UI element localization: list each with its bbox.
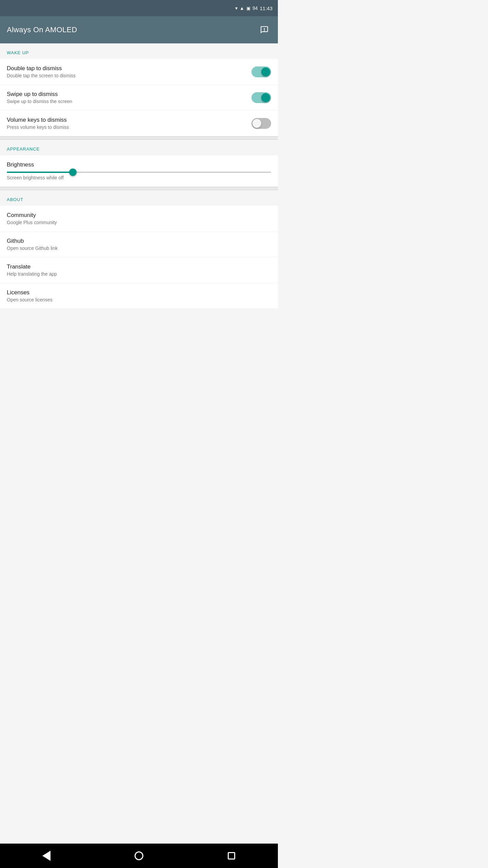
swipe-up-slider [251, 92, 271, 103]
appearance-section-header: APPEARANCE [0, 140, 278, 155]
svg-rect-1 [264, 31, 265, 31]
licenses-item[interactable]: Licenses Open source licenses [0, 283, 278, 309]
community-title: Community [7, 212, 271, 219]
battery-icon: ▣ [246, 6, 250, 11]
about-label: ABOUT [7, 197, 23, 202]
translate-title: Translate [7, 263, 271, 270]
content-area: WAKE UP Double tap to dismiss Double tap… [0, 43, 278, 333]
status-bar-right: ▾ ▲ ▣ 94 11:43 [235, 5, 272, 11]
status-time: 11:43 [260, 5, 272, 11]
double-tap-subtitle: Double tap the screen to dismiss [7, 73, 251, 78]
wake-appearance-divider [0, 136, 278, 140]
double-tap-item[interactable]: Double tap to dismiss Double tap the scr… [0, 59, 278, 85]
appearance-about-divider [0, 187, 278, 190]
brightness-item[interactable]: Brightness Screen brightness while off [0, 155, 278, 187]
volume-keys-thumb [252, 119, 261, 128]
translate-subtitle: Help translating the app [7, 271, 271, 277]
github-title: Github [7, 238, 271, 244]
licenses-subtitle: Open source licenses [7, 297, 271, 302]
brightness-track [7, 172, 271, 173]
swipe-up-item[interactable]: Swipe up to dismiss Swipe up to dismiss … [0, 85, 278, 111]
double-tap-slider [251, 66, 271, 77]
swipe-up-thumb [261, 93, 270, 102]
battery-percent: 94 [252, 5, 258, 11]
brightness-slider-wrapper[interactable] [7, 172, 271, 173]
brightness-title: Brightness [7, 161, 34, 168]
swipe-up-text: Swipe up to dismiss Swipe up to dismiss … [7, 91, 251, 104]
menu-icon-button[interactable] [258, 23, 271, 37]
volume-keys-slider [251, 118, 271, 129]
appearance-label: APPEARANCE [7, 146, 40, 152]
volume-keys-text: Volume keys to dismiss Press volume keys… [7, 117, 251, 130]
swipe-up-subtitle: Swipe up to dismiss the screen [7, 99, 251, 104]
app-title: Always On AMOLED [7, 25, 77, 34]
volume-keys-title: Volume keys to dismiss [7, 117, 251, 123]
github-item[interactable]: Github Open source Github link [0, 232, 278, 257]
brightness-subtitle: Screen brightness while off [7, 175, 271, 180]
brightness-top: Brightness [7, 161, 271, 168]
wake-up-section-header: WAKE UP [0, 43, 278, 59]
wifi-icon: ▾ [235, 5, 238, 11]
community-subtitle: Google Plus community [7, 220, 271, 225]
double-tap-thumb [261, 67, 270, 76]
message-icon [260, 25, 269, 34]
licenses-title: Licenses [7, 289, 271, 296]
brightness-thumb [69, 169, 77, 176]
about-section-header: ABOUT [0, 190, 278, 206]
status-bar: ▾ ▲ ▣ 94 11:43 [0, 0, 278, 16]
swipe-up-title: Swipe up to dismiss [7, 91, 251, 98]
signal-icon: ▲ [240, 5, 244, 11]
translate-item[interactable]: Translate Help translating the app [0, 257, 278, 283]
double-tap-text: Double tap to dismiss Double tap the scr… [7, 65, 251, 78]
volume-keys-subtitle: Press volume keys to dismiss [7, 124, 251, 130]
app-bar: Always On AMOLED [0, 16, 278, 43]
double-tap-title: Double tap to dismiss [7, 65, 251, 72]
wake-up-label: WAKE UP [7, 50, 29, 55]
volume-keys-item[interactable]: Volume keys to dismiss Press volume keys… [0, 111, 278, 136]
volume-keys-toggle[interactable] [251, 118, 271, 129]
double-tap-toggle[interactable] [251, 66, 271, 77]
svg-rect-0 [264, 28, 265, 31]
swipe-up-toggle[interactable] [251, 92, 271, 103]
community-item[interactable]: Community Google Plus community [0, 206, 278, 232]
github-subtitle: Open source Github link [7, 245, 271, 251]
